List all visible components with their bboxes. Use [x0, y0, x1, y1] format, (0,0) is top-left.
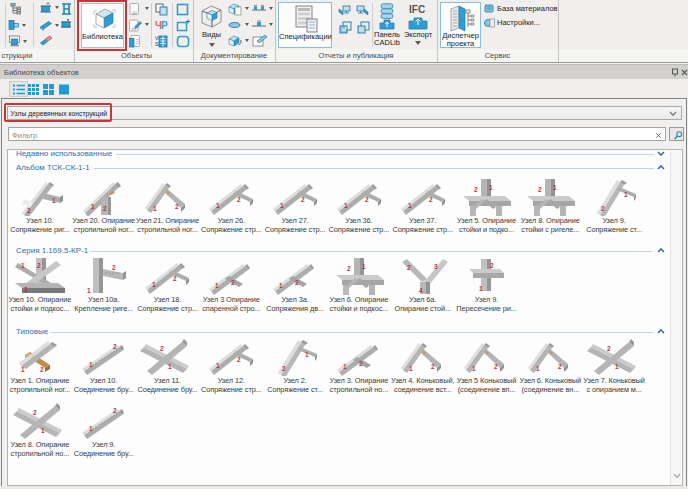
- svg-text:IFC: IFC: [409, 4, 425, 15]
- svg-text:S: S: [155, 41, 159, 47]
- svg-text:Р: Р: [161, 20, 168, 31]
